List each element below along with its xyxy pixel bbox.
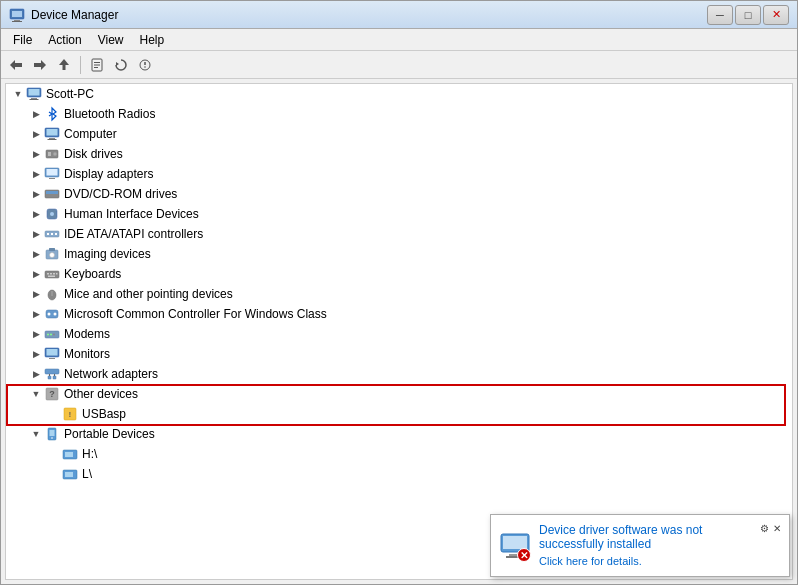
svg-point-55 — [47, 334, 49, 336]
back-button[interactable] — [5, 54, 27, 76]
expand-l-drive — [46, 466, 62, 482]
computer-icon — [44, 126, 60, 142]
bluetooth-icon — [44, 106, 60, 122]
tree-node-usbasp[interactable]: !USBasp — [6, 404, 792, 424]
root-label: Scott-PC — [46, 87, 94, 101]
scan-button[interactable] — [134, 54, 156, 76]
portable-label: Portable Devices — [64, 427, 155, 441]
menu-help[interactable]: Help — [132, 31, 173, 49]
other-label: Other devices — [64, 387, 138, 401]
svg-text:!: ! — [69, 411, 71, 418]
expand-root[interactable]: ▼ — [10, 86, 26, 102]
imaging-label: Imaging devices — [64, 247, 151, 261]
svg-point-35 — [50, 212, 54, 216]
notification-close-button[interactable]: ✕ — [773, 523, 781, 534]
svg-rect-30 — [47, 169, 58, 176]
tree-node-network[interactable]: ▶Network adapters — [6, 364, 792, 384]
expand-dvd[interactable]: ▶ — [28, 186, 44, 202]
tree-area[interactable]: ▼ Scott-PC ▶Bluetooth Radios▶Computer▶Di… — [5, 83, 793, 580]
notification-title: Device driver software was not successfu… — [539, 523, 760, 551]
modems-icon — [44, 326, 60, 342]
properties-button[interactable] — [86, 54, 108, 76]
tree-node-portable[interactable]: ▼Portable Devices — [6, 424, 792, 444]
error-badge-icon: ✕ — [517, 548, 531, 562]
forward-button[interactable] — [29, 54, 51, 76]
hid-icon — [44, 206, 60, 222]
tree-node-h-drive[interactable]: H:\ — [6, 444, 792, 464]
tree-node-display[interactable]: ▶Display adapters — [6, 164, 792, 184]
tree-node-root[interactable]: ▼ Scott-PC — [6, 84, 792, 104]
svg-rect-33 — [46, 191, 58, 194]
tree-node-imaging[interactable]: ▶Imaging devices — [6, 244, 792, 264]
svg-marker-14 — [116, 62, 119, 66]
title-bar-buttons: ─ □ ✕ — [707, 5, 789, 25]
monitors-label: Monitors — [64, 347, 110, 361]
expand-keyboards[interactable]: ▶ — [28, 266, 44, 282]
tree-node-disk[interactable]: ▶Disk drives — [6, 144, 792, 164]
up-button[interactable] — [53, 54, 75, 76]
svg-point-17 — [144, 66, 146, 68]
maximize-button[interactable]: □ — [735, 5, 761, 25]
mice-label: Mice and other pointing devices — [64, 287, 233, 301]
svg-rect-62 — [48, 376, 51, 379]
expand-mice[interactable]: ▶ — [28, 286, 44, 302]
svg-marker-4 — [10, 60, 15, 70]
expand-display[interactable]: ▶ — [28, 166, 44, 182]
expand-usbasp — [46, 406, 62, 422]
notification-icon-area: ✕ — [499, 523, 531, 568]
notification-settings-button[interactable]: ⚙ — [760, 523, 769, 534]
expand-portable[interactable]: ▼ — [28, 426, 44, 442]
svg-rect-1 — [12, 11, 22, 17]
expand-computer[interactable]: ▶ — [28, 126, 44, 142]
expand-other[interactable]: ▼ — [28, 386, 44, 402]
svg-rect-76 — [65, 472, 73, 477]
menu-action[interactable]: Action — [40, 31, 89, 49]
svg-rect-12 — [94, 64, 100, 65]
l-drive-icon — [62, 466, 78, 482]
svg-rect-21 — [30, 99, 39, 100]
svg-rect-20 — [31, 98, 37, 99]
usbasp-icon: ! — [62, 406, 78, 422]
notification-close-area: ⚙ ✕ — [760, 523, 781, 568]
tree-node-other[interactable]: ▼?Other devices — [6, 384, 792, 404]
ms-controller-label: Microsoft Common Controller For Windows … — [64, 307, 327, 321]
expand-ms-controller[interactable]: ▶ — [28, 306, 44, 322]
close-button[interactable]: ✕ — [763, 5, 789, 25]
expand-hid[interactable]: ▶ — [28, 206, 44, 222]
tree-node-mice[interactable]: ▶Mice and other pointing devices — [6, 284, 792, 304]
tree-node-ide[interactable]: ▶IDE ATA/ATAPI controllers — [6, 224, 792, 244]
menu-view[interactable]: View — [90, 31, 132, 49]
display-label: Display adapters — [64, 167, 153, 181]
tree-items: ▶Bluetooth Radios▶Computer▶Disk drives▶D… — [6, 104, 792, 484]
svg-rect-24 — [49, 138, 55, 139]
svg-rect-9 — [63, 65, 66, 70]
tree-node-bluetooth[interactable]: ▶Bluetooth Radios — [6, 104, 792, 124]
svg-rect-25 — [48, 139, 57, 140]
tree-node-computer[interactable]: ▶Computer — [6, 124, 792, 144]
expand-disk[interactable]: ▶ — [28, 146, 44, 162]
tree-node-monitors[interactable]: ▶Monitors — [6, 344, 792, 364]
menu-file[interactable]: File — [5, 31, 40, 49]
expand-monitors[interactable]: ▶ — [28, 346, 44, 362]
tree-node-ms-controller[interactable]: ▶Microsoft Common Controller For Windows… — [6, 304, 792, 324]
notification-details-link[interactable]: Click here for details. — [539, 555, 642, 567]
l-drive-label: L\ — [82, 467, 92, 481]
update-button[interactable] — [110, 54, 132, 76]
svg-rect-3 — [12, 21, 22, 22]
expand-bluetooth[interactable]: ▶ — [28, 106, 44, 122]
minimize-button[interactable]: ─ — [707, 5, 733, 25]
h-drive-label: H:\ — [82, 447, 97, 461]
tree-node-modems[interactable]: ▶Modems — [6, 324, 792, 344]
tree-node-hid[interactable]: ▶Human Interface Devices — [6, 204, 792, 224]
expand-imaging[interactable]: ▶ — [28, 246, 44, 262]
toolbar — [1, 51, 797, 79]
svg-point-56 — [50, 334, 52, 336]
svg-point-28 — [53, 152, 57, 156]
tree-node-dvd[interactable]: ▶DVD/CD-ROM drives — [6, 184, 792, 204]
expand-modems[interactable]: ▶ — [28, 326, 44, 342]
expand-network[interactable]: ▶ — [28, 366, 44, 382]
expand-ide[interactable]: ▶ — [28, 226, 44, 242]
menu-bar: File Action View Help — [1, 29, 797, 51]
tree-node-keyboards[interactable]: ▶Keyboards — [6, 264, 792, 284]
tree-node-l-drive[interactable]: L\ — [6, 464, 792, 484]
